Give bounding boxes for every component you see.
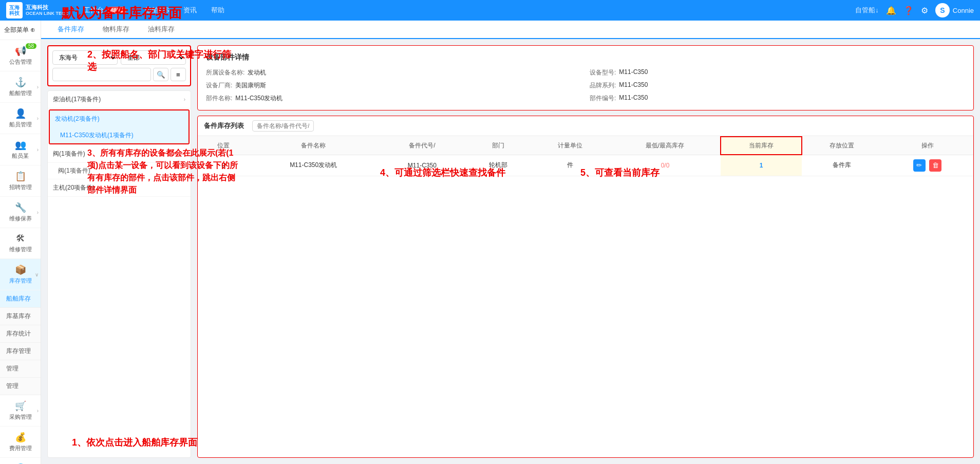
right-icons: 自管船↓ 🔔 ❓ ⚙ S Connie <box>855 3 974 17</box>
search-button[interactable]: 🔍 <box>153 68 168 81</box>
sidebar-sub-manage1[interactable]: 管理 <box>0 360 41 378</box>
cell-minmax: 0/0 <box>610 155 721 176</box>
tree-item-mainengine[interactable]: 主机(20项备件) <box>48 179 191 197</box>
inventory-table: 位置 备件名称 备件代号/ 部门 计量单位 最低/最高库存 当前库存 存放位置 … <box>198 136 973 176</box>
sidebar-item-recruit[interactable]: 📋 招聘管理 <box>0 165 41 197</box>
diesel-chevron: › <box>184 97 185 102</box>
col-minmax: 最低/最高库存 <box>610 137 721 155</box>
inventory-icon: 📦 <box>15 264 26 275</box>
ship-select[interactable]: 东海号 全部船舶 <box>52 50 118 65</box>
question-icon[interactable]: ❓ <box>903 6 914 15</box>
sidebar-label-repair: 维修管理 <box>9 246 32 253</box>
sidebar-item-ship[interactable]: ⚓ 船舶管理 › <box>0 71 41 103</box>
workbench-tab[interactable]: 工作台 8830 <box>77 0 134 21</box>
ship-icon: ⚓ <box>15 77 26 88</box>
table-card: 备件库存列表 位置 备件名称 备件代号/ 部门 计量单位 <box>197 116 974 458</box>
workbench-label: 工作台 <box>84 6 104 15</box>
sidebar-label-inventory: 库存管理 <box>9 277 32 285</box>
cell-code: M11-C350 <box>378 155 466 176</box>
sidebar-sub-manage2[interactable]: 管理 <box>0 378 41 395</box>
sidebar-sub-base-inventory[interactable]: 库基库存 <box>0 308 41 325</box>
m11-label: M11-C350发动机(1项备件) <box>60 131 134 140</box>
page-tabs: 备件库存 物料库存 油料库存 <box>41 21 980 39</box>
app-logo: 互海科技 互海科技 OCEAN LINK TECH <box>6 2 68 18</box>
tree-list: 柴油机(17项备件) › 发动机(2项备件) M11-C350发动机(1项备件) <box>47 90 191 458</box>
nav-tab-ais[interactable]: 船舶AIS <box>138 0 176 21</box>
ship-chevron: › <box>37 84 39 90</box>
detail-device-type: 设备型号: M11-C350 <box>590 68 965 77</box>
user-avatar: S <box>935 3 950 17</box>
tree-item-valve[interactable]: 阀(1项备件) <box>48 145 191 163</box>
settings-icon[interactable]: ⚙ <box>921 6 928 15</box>
sidebar-item-business[interactable]: 🌐 商务管理 › <box>0 458 41 464</box>
tree-sub-item-valve[interactable]: 阀(1项备件) <box>48 163 191 179</box>
announcement-icon: 📢 <box>15 45 26 57</box>
sidebar-label-ship: 船舶管理 <box>9 89 32 97</box>
sidebar-item-finance[interactable]: 💰 费用管理 <box>0 426 41 458</box>
search-input[interactable] <box>52 68 151 81</box>
self-ship-btn[interactable]: 自管船↓ <box>855 6 879 15</box>
tab-spare-parts[interactable]: 备件库存 <box>49 21 92 39</box>
engine-group: 发动机(2项备件) M11-C350发动机(1项备件) <box>49 109 190 144</box>
sidebar-item-repair[interactable]: 🛠 维修管理 <box>0 228 41 259</box>
sidebar-sub-inventory-stats[interactable]: 库存统计 <box>0 325 41 343</box>
col-unit: 计量单位 <box>531 137 609 155</box>
col-position: 位置 <box>198 137 249 155</box>
announcement-badge: 58 <box>26 43 36 49</box>
tree-item-engine[interactable]: 发动机(2项备件) <box>50 110 189 127</box>
col-code: 备件代号/ <box>378 137 466 155</box>
sidebar-item-purchase[interactable]: 🛒 采购管理 › <box>0 395 41 426</box>
logo-name-cn: 互海科技 <box>26 4 68 11</box>
tree-sub-item-m11[interactable]: M11-C350发动机(1项备件) <box>50 127 189 143</box>
user-info[interactable]: S Connie <box>935 3 974 17</box>
col-actions: 操作 <box>881 137 973 155</box>
col-storage: 存放位置 <box>802 137 881 155</box>
logo-name-en: OCEAN LINK TECH <box>26 11 68 16</box>
detail-belong-device: 所属设备名称: 发动机 <box>206 68 581 77</box>
main-layout: 全部菜单 ⊕ 📢 公告管理 58 ⚓ 船舶管理 › 👤 船员管理 › 👥 船员某… <box>0 21 980 464</box>
sidebar-sub-ship-inventory[interactable]: 船舶库存 <box>0 290 41 308</box>
table-header: 位置 备件名称 备件代号/ 部门 计量单位 最低/最高库存 当前库存 存放位置 … <box>198 137 973 155</box>
sidebar-item-member[interactable]: 👥 船员某 › <box>0 134 41 165</box>
sidebar-item-announcement[interactable]: 📢 公告管理 58 <box>0 40 41 71</box>
table-filter-input[interactable] <box>252 120 314 132</box>
tree-item-diesel[interactable]: 柴油机(17项备件) › <box>48 91 191 108</box>
sidebar-header[interactable]: 全部菜单 ⊕ <box>0 21 41 40</box>
filter-menu-button[interactable]: ≡ <box>171 68 186 81</box>
bell-icon[interactable]: 🔔 <box>886 6 896 15</box>
tab-materials[interactable]: 物料库存 <box>95 21 138 39</box>
inner-content: 东海号 全部船舶 全部 轮机部 甲板部 🔍 ≡ <box>41 39 980 464</box>
sidebar-item-crew[interactable]: 👤 船员管理 › <box>0 103 41 134</box>
crew-icon: 👤 <box>15 108 26 119</box>
left-panel: 东海号 全部船舶 全部 轮机部 甲板部 🔍 ≡ <box>47 45 191 458</box>
detail-part-number: 部件编号: M11-C350 <box>590 94 965 103</box>
cell-storage: 备件库 <box>802 155 881 176</box>
dept-select[interactable]: 全部 轮机部 甲板部 <box>121 50 186 65</box>
delete-button[interactable]: 🗑 <box>929 159 941 172</box>
sidebar-item-inventory[interactable]: 📦 库存管理 ∨ <box>0 259 41 290</box>
logo-icon: 互海科技 <box>6 2 23 18</box>
nav-tab-help[interactable]: 帮助 <box>204 0 232 21</box>
member-icon: 👥 <box>15 139 26 151</box>
sidebar-label-member: 船员某 <box>12 152 29 160</box>
top-navigation: 互海科技 互海科技 OCEAN LINK TECH 工作台 8830 船舶AIS… <box>0 0 980 21</box>
tab-oil[interactable]: 油料库存 <box>140 21 183 39</box>
purchase-chevron: › <box>37 408 39 414</box>
valve-sub-label: 阀(1项备件) <box>58 166 90 175</box>
edit-button[interactable]: ✏ <box>913 159 926 172</box>
sidebar-sub-inventory-mgr[interactable]: 库存管理 <box>0 343 41 360</box>
table-scroll: 位置 备件名称 备件代号/ 部门 计量单位 最低/最高库存 当前库存 存放位置 … <box>198 136 973 176</box>
table-row: 0 M11-C350发动机 M11-C350 轮机部 件 0/0 1 备件库 <box>198 155 973 176</box>
sidebar-label-recruit: 招聘管理 <box>9 183 32 191</box>
crew-chevron: › <box>37 116 39 121</box>
detail-title: 设备部件详情 <box>206 53 965 62</box>
recruit-icon: 📋 <box>15 171 26 182</box>
purchase-icon: 🛒 <box>15 400 26 412</box>
finance-icon: 💰 <box>15 432 26 443</box>
sidebar-label-maintain: 维修保养 <box>9 215 32 222</box>
sidebar-label-purchase: 采购管理 <box>9 413 32 421</box>
detail-part-name: 部件名称: M11-C350发动机 <box>206 94 581 103</box>
cell-actions: ✏ 🗑 <box>881 155 973 176</box>
nav-tab-news[interactable]: 资讯 <box>176 0 204 21</box>
sidebar-item-maintain[interactable]: 🔧 维修保养 › <box>0 197 41 228</box>
